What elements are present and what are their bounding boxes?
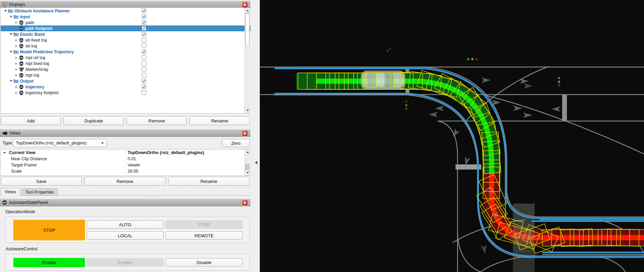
tree-row-mpt-traj[interactable]: mpt traj: [1, 72, 259, 78]
enable-button[interactable]: Enable: [87, 258, 163, 266]
scroll-up-button[interactable]: [245, 8, 250, 13]
displays-tree[interactable]: Obstacle Avoidance PlannerInputpathpath …: [0, 8, 250, 113]
tree-row-path-footprint[interactable]: path footprint: [1, 25, 259, 31]
scrollbar-thumb[interactable]: [245, 13, 249, 46]
collapse-panel-arrow-icon[interactable]: [255, 161, 257, 164]
checkbox-unchecked[interactable]: [142, 38, 146, 42]
operation-mode-group: STOP AUTO STOP LOCAL REMOTE: [5, 217, 250, 243]
expander-closed-icon[interactable]: [14, 27, 18, 30]
scroll-down-button[interactable]: [245, 108, 250, 113]
checkbox-unchecked[interactable]: [142, 73, 146, 77]
zero-button[interactable]: Zero: [222, 139, 250, 147]
folder-icon: [13, 32, 19, 36]
tree-row-Model-Predictive-Trajectory[interactable]: Model Predictive Trajectory: [1, 49, 253, 55]
expander-closed-icon[interactable]: [14, 62, 18, 65]
tree-row-path[interactable]: path: [1, 20, 259, 25]
property-row-Scale[interactable]: Scale26.55: [1, 168, 249, 174]
property-value[interactable]: viewer: [126, 163, 140, 167]
duplicate-button[interactable]: Duplicate: [64, 116, 124, 125]
rviz-3d-viewport[interactable]: [260, 0, 644, 272]
tree-row-Output[interactable]: Output: [1, 78, 253, 84]
tree-row-trajectory[interactable]: trajectory: [1, 84, 259, 90]
panel-viewport-splitter[interactable]: ······: [250, 0, 260, 272]
property-value[interactable]: 0.01: [126, 156, 136, 161]
save-button[interactable]: Save: [1, 177, 82, 186]
expander-open-icon[interactable]: [9, 80, 13, 82]
properties-scrollbar[interactable]: [245, 150, 250, 175]
view-type-combobox[interactable]: TopDownOrtho (rviz_default_plugins): [13, 139, 107, 147]
checkbox-checked[interactable]: [142, 26, 146, 31]
current-view-properties[interactable]: Current ViewTopDownOrtho (rviz_default_p…: [0, 149, 250, 176]
checkbox-checked[interactable]: [142, 79, 146, 83]
splitter-handle[interactable]: ······: [149, 126, 159, 129]
checkbox-checked[interactable]: [142, 50, 146, 54]
remove-button[interactable]: Remove: [84, 177, 165, 186]
checkbox-checked[interactable]: [142, 32, 146, 36]
tab-tool-properties[interactable]: Tool Properties: [21, 188, 58, 196]
expander-closed-icon[interactable]: [14, 39, 18, 42]
tree-row-trajectory-footprint[interactable]: trajectory footprint: [1, 90, 259, 96]
checkbox-checked[interactable]: [142, 20, 146, 25]
property-value[interactable]: TopDownOrtho (rviz_default_plugins): [126, 150, 204, 155]
checkbox-unchecked[interactable]: [142, 55, 146, 60]
scroll-up-button[interactable]: [245, 150, 250, 155]
tree-row-mpt-fixed-traj[interactable]: mpt fixed traj: [1, 61, 259, 66]
scroll-down-button[interactable]: [245, 170, 250, 175]
checkbox-checked[interactable]: [142, 85, 146, 89]
checkbox-unchecked[interactable]: [142, 90, 146, 95]
planning-scene: [260, 0, 644, 272]
splitter-handle[interactable]: ······: [149, 195, 159, 199]
expander-open-icon[interactable]: [9, 33, 13, 35]
stop-button[interactable]: STOP: [165, 220, 243, 229]
expander-closed-icon[interactable]: [14, 45, 18, 47]
tree-row-Elastic-Band[interactable]: Elastic Band: [1, 31, 253, 37]
property-value[interactable]: 26.55: [126, 169, 138, 174]
expander-closed-icon[interactable]: [14, 74, 18, 77]
property-row-Near-Clip-Distance[interactable]: Near Clip Distance0.01: [1, 156, 249, 162]
expander-open-icon[interactable]: [9, 51, 13, 53]
tree-row-MarkerArray[interactable]: MarkerArray: [1, 66, 259, 72]
remove-button[interactable]: Remove: [127, 116, 187, 125]
views-panel-header[interactable]: Views: [0, 129, 250, 137]
add-button[interactable]: Add: [1, 116, 61, 125]
property-row-Current-View[interactable]: Current ViewTopDownOrtho (rviz_default_p…: [1, 150, 249, 156]
folder-icon: [13, 50, 19, 54]
expander-closed-icon[interactable]: [14, 91, 18, 94]
splitter-handle[interactable]: ······: [149, 112, 159, 116]
autoware-panel-title: AutowareStatePanel: [9, 200, 48, 205]
remote-button[interactable]: REMOTE: [165, 231, 243, 240]
rename-button[interactable]: Rename: [168, 177, 249, 186]
expander-closed-icon[interactable]: [14, 68, 18, 71]
scrollbar-thumb[interactable]: [245, 164, 249, 170]
autoware-close-button[interactable]: [242, 200, 248, 206]
tree-row-eb-fixed-traj[interactable]: eb fixed traj: [1, 37, 259, 43]
tree-row-mpt-ref-traj[interactable]: mpt ref traj: [1, 55, 259, 61]
checkbox-checked[interactable]: [142, 9, 146, 13]
checkbox-checked[interactable]: [142, 14, 146, 19]
local-button[interactable]: LOCAL: [87, 231, 163, 240]
expander-closed-icon[interactable]: [14, 21, 18, 24]
checkbox-unchecked[interactable]: [142, 67, 146, 72]
checkbox-unchecked[interactable]: [142, 44, 146, 48]
checkbox-unchecked[interactable]: [142, 61, 146, 66]
lane-arrow-icon: [482, 77, 491, 83]
disable-button[interactable]: Disable: [165, 258, 243, 266]
button-label: Rename: [211, 118, 228, 123]
rename-button[interactable]: Rename: [190, 116, 250, 125]
displays-close-button[interactable]: [242, 2, 248, 8]
views-close-button[interactable]: [242, 130, 248, 137]
tree-row-eb-traj[interactable]: eb traj: [1, 43, 259, 49]
auto-button[interactable]: AUTO: [87, 220, 163, 229]
displays-tree-scrollbar[interactable]: [245, 8, 250, 113]
expander-open-icon[interactable]: [2, 152, 7, 154]
expander-open-icon[interactable]: [3, 10, 7, 12]
tree-row-Obstacle-Avoidance-Planner[interactable]: Obstacle Avoidance Planner: [1, 8, 248, 14]
expander-closed-icon[interactable]: [14, 86, 18, 88]
expander-closed-icon[interactable]: [14, 56, 18, 59]
displays-panel-header[interactable]: Displays: [0, 1, 250, 8]
autoware-panel-header[interactable]: AutowareStatePanel: [0, 199, 250, 206]
tree-row-Input[interactable]: Input: [1, 14, 253, 20]
expander-open-icon[interactable]: [9, 16, 13, 18]
tab-views[interactable]: Views: [1, 188, 20, 196]
property-row-Target-Frame[interactable]: Target Frameviewer: [1, 162, 249, 168]
